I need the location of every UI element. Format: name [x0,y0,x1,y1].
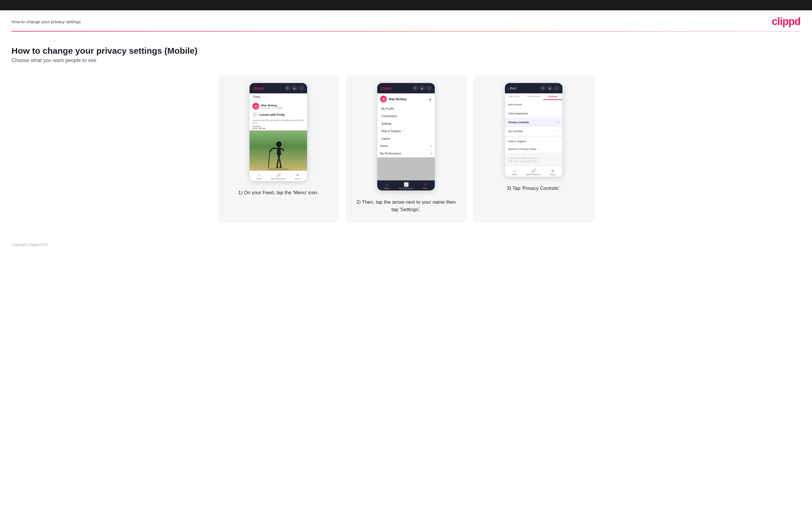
feed-user-avatar: B [252,103,259,110]
step-2-phone: clippd [377,83,435,190]
page-subtitle: Choose what you want people to see [11,57,801,63]
svg-point-5 [276,141,282,147]
settings-item-data-integrations[interactable]: Data Integrations › [505,109,562,118]
step-3-caption: 3) Tap 'Privacy Controls'. [507,185,561,192]
privacy-controls-label: Privacy Controls [508,121,529,124]
settings-item-privacy-controls[interactable]: Privacy Controls › [505,118,562,127]
feed-post-header: B Blair McHarg Yesterday · Sunningdale [250,101,307,111]
menu-section-home-label: Home [380,145,388,148]
nav2-performance: 📈 My Performance [397,182,416,189]
menu-icon: ≡ [297,173,299,177]
top-bar [0,0,812,10]
performance-icon-2: 📈 [404,182,409,187]
tab-my-profile[interactable]: My Profile [505,93,524,100]
settings-icon-3 [554,86,559,91]
browser-page-title: How to change your privacy settings [11,19,81,24]
step2-bottom-nav: ⌂ Home 📈 My Performance ✕ Menu [377,180,435,190]
svg-point-2 [294,87,295,88]
menu-item-my-profile[interactable]: My Profile [377,105,435,113]
svg-point-4 [267,167,289,171]
my-account-chevron: › [558,103,559,107]
home-icon-3: ⌂ [513,168,515,173]
step2-logo: clippd [381,86,392,91]
step3-nav-icons [541,86,559,91]
menu-item-help[interactable]: Help & Support ↗ [377,127,435,135]
nav3-home-label: Home [512,173,517,175]
svg-line-1 [288,89,289,89]
step1-feed-screen: Feed B Blair McHarg Yesterday · Sunningd… [250,93,307,171]
nav-menu[interactable]: ≡ Menu [288,173,307,180]
step1-nav-icons [285,86,304,91]
golf-bag-chevron: › [558,129,559,133]
search-icon-2 [413,86,417,91]
menu-item-connections[interactable]: Connections [377,113,435,120]
menu-item-logout[interactable]: Logout [377,135,435,143]
feed-username: Blair McHarg [261,104,283,107]
feed-usermeta: Yesterday · Sunningdale [261,107,283,109]
settings-item-my-account[interactable]: My Account › [505,100,562,109]
nav3-performance-label: My Performance [526,173,541,175]
service-privacy-link: Service & Privacy Policy ↗ [508,148,539,151]
svg-point-7 [414,87,416,89]
svg-point-11 [542,87,544,89]
svg-line-6 [268,152,270,168]
menu-item-settings[interactable]: Settings [377,120,435,127]
step-2-caption: 2) Then, tap the arrow next to your name… [354,199,458,213]
menu-icon-3: ≡ [552,168,554,173]
step3-phone-nav: ‹ Back [505,83,562,93]
version-info: Clippd Client Version: 2022.8.3-3 GQL Se… [505,153,562,166]
back-button[interactable]: ‹ Back [508,87,516,90]
performance-icon-3: 📈 [531,168,536,173]
feed-lesson-header: 📋 Lesson with Fordy [250,111,307,118]
menu-username: Blair McHarg [389,98,407,101]
svg-point-0 [287,87,288,89]
lesson-icon: 📋 [252,112,258,117]
nav2-performance-label: My Performance [399,187,413,189]
menu-section-performance-chevron: ▾ [430,152,432,155]
nav-performance-label: My Performance [271,178,286,180]
nav-home-label: Home [256,178,262,180]
step1-logo: clippd [253,86,264,91]
settings-icon [299,86,304,91]
nav-home: ⌂ Home [250,173,269,180]
search-icon-3 [541,86,545,91]
tab-settings[interactable]: Settings [543,93,562,100]
nav3-menu-label: Menu [550,173,556,175]
svg-point-10 [429,88,429,89]
svg-point-3 [301,88,302,89]
nav3-home: ⌂ Home [505,168,524,175]
nav2-menu-close[interactable]: ✕ Menu [415,182,435,189]
settings-item-golf-bag[interactable]: My Golf Bag › [505,127,562,136]
feed-tab-label: Feed [250,93,307,101]
feed-lesson-title: Lesson with Fordy [259,113,285,116]
profile-icon [292,86,297,91]
client-version: Clippd Client Version: 2022.8.3-3 [508,157,559,160]
step-3-phone: ‹ Back My Profile [505,83,562,177]
menu-section-home[interactable]: Home ▾ [377,143,435,150]
nav3-menu[interactable]: ≡ Menu [543,168,562,175]
nav-menu-label: Menu [295,178,300,180]
settings-item-service-privacy[interactable]: Service & Privacy Policy ↗ [505,145,562,153]
privacy-controls-chevron: › [558,120,559,124]
step2-nav-icons [413,86,431,91]
settings-item-help-support[interactable]: Help & Support ↗ [505,137,562,145]
service-ext-icon: ↗ [537,148,539,151]
clippd-logo: clippd [772,15,801,27]
step-1-phone: clippd Feed [250,83,307,181]
feed-lesson-desc: Looking to feel like my hands are exitin… [250,118,307,125]
tab-connections[interactable]: Connections [524,93,544,100]
step2-phone-nav: clippd [377,83,435,93]
settings-tabs: My Profile Connections Settings [505,93,562,100]
header: How to change your privacy settings clip… [0,10,812,31]
svg-point-14 [556,88,557,89]
nav2-home-label: Home [384,187,390,189]
step1-bottom-nav: ⌂ Home 📈 My Performance ≡ Menu [250,171,307,181]
menu-section-performance[interactable]: My Performance ▾ [377,150,435,157]
search-icon [285,86,290,91]
feed-duration: Duration01 hr : 30 min [250,125,307,130]
step-3-card: ‹ Back My Profile [473,75,594,222]
menu-overlay-bg [377,157,435,180]
step2-menu-screen: B Blair McHarg ▲ My Profile Connections … [377,93,435,180]
step-1-card: clippd Feed [218,75,339,222]
data-integrations-chevron: › [558,111,559,115]
